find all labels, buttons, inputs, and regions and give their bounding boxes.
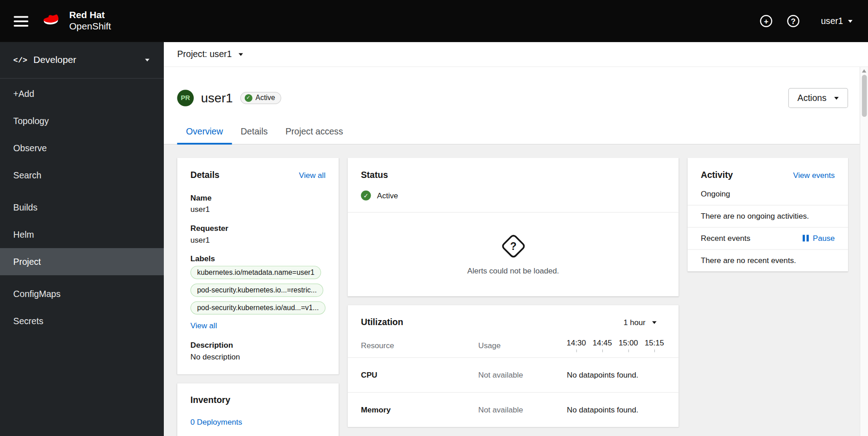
code-icon: </> [13,56,27,65]
sidebar-item-add[interactable]: +Add [0,80,164,107]
tab-label: Project access [286,127,343,136]
description-value: No description [191,352,325,361]
page-header: PR user1 ✓ Active Actions [164,67,868,108]
time-axis-label: 15:15 [645,338,664,352]
utilization-row-memory: Memory Not available No datapoints found… [348,393,678,427]
sidebar-nav: +Add Topology Observe Search Builds Helm… [0,79,164,335]
resource-column-header: Resource [361,341,478,350]
utilization-card: Utilization 1 hour Resource Usage 14:30 [348,305,678,427]
label-pill[interactable]: kubernetes.io/metadata.name=user1 [191,266,321,279]
overview-dashboard: Details View all Name user1 Requester us… [164,144,868,436]
scrollbar-up-arrow-icon[interactable] [862,69,867,72]
axis-tick [654,350,654,352]
left-column: Details View all Name user1 Requester us… [177,158,339,436]
utilization-card-title: Utilization [361,317,403,327]
hamburger-icon [14,20,29,22]
utilization-header-row: Resource Usage 14:30 14:45 15:00 15:15 [348,327,678,357]
time-axis-label: 15:00 [619,338,638,352]
sidebar-item-configmaps[interactable]: ConfigMaps [0,280,164,307]
labels-view-all-link[interactable]: View all [191,321,217,330]
redhat-fedora-icon [43,14,63,29]
hamburger-icon [14,16,29,18]
sidebar-item-label: Builds [13,202,37,212]
usage-column-header: Usage [478,341,567,350]
sidebar-item-builds[interactable]: Builds [0,194,164,221]
openshift-console: Red Hat OpenShift + ? user1 </> Develope… [0,0,868,436]
masthead-toolbar: + ? user1 [760,15,852,27]
ongoing-section-title: Ongoing [687,180,848,205]
pause-label: Pause [813,234,835,243]
caret-down-icon [652,321,657,324]
tab-overview[interactable]: Overview [177,120,232,144]
recent-events-row: Recent events Pause [687,228,848,249]
nav-toggle-button[interactable] [14,16,29,26]
middle-column: Status ✓ Active ? Alerts could not be lo… [348,158,678,427]
quick-create-button[interactable]: + [760,15,772,27]
recent-events-empty-message: There are no recent events. [687,250,848,272]
caret-down-icon [834,96,839,99]
scrollbar[interactable] [860,67,868,436]
perspective-switcher[interactable]: </> Developer [0,42,164,79]
axis-tick [628,350,629,352]
actions-label: Actions [797,93,826,103]
nav-group: ConfigMaps Secrets [0,280,164,335]
pause-button[interactable]: Pause [803,234,835,243]
deployments-link[interactable]: 0 Deployments [191,417,242,426]
tab-details[interactable]: Details [232,120,277,144]
status-badge: ✓ Active [240,92,281,104]
brand-line-2: OpenShift [69,21,111,32]
sidebar-item-secrets[interactable]: Secrets [0,307,164,335]
recent-events-title: Recent events [701,234,750,243]
help-button[interactable]: ? [787,15,799,27]
sidebar-item-label: Helm [13,230,34,240]
unknown-question-icon: ? [500,233,526,259]
question-circle-icon: ? [791,17,796,25]
label-pill[interactable]: pod-security.kubernetes.io...=restric... [191,283,324,297]
duration-dropdown[interactable]: 1 hour [624,318,657,327]
view-events-link[interactable]: View events [793,171,835,180]
labels-label: Labels [191,254,325,263]
inventory-card: Inventory 0 Deployments [177,383,339,436]
resource-name: Memory [361,405,478,414]
sidebar-item-topology[interactable]: Topology [0,107,164,134]
masthead: Red Hat OpenShift + ? user1 [0,0,868,42]
project-selector[interactable]: Project: user1 [177,49,232,59]
check-circle-icon: ✓ [244,94,252,101]
sidebar-item-helm[interactable]: Helm [0,221,164,248]
tab-label: Details [241,127,268,136]
sidebar-item-label: +Add [13,89,34,99]
time-axis-label: 14:30 [567,338,586,352]
scrollbar-thumb[interactable] [862,75,867,117]
plus-circle-icon: + [764,17,768,25]
alerts-empty-message: Alerts could not be loaded. [467,266,559,275]
caret-down-icon[interactable] [238,53,243,56]
duration-label: 1 hour [624,318,646,327]
status-badge-label: Active [256,94,275,102]
requester-field: Requester user1 [191,224,325,244]
name-value: user1 [191,205,325,214]
sidebar-item-observe[interactable]: Observe [0,134,164,162]
sidebar-item-label: Secrets [13,316,43,326]
resource-usage: Not available [478,405,567,414]
requester-value: user1 [191,235,325,244]
sidebar-item-search[interactable]: Search [0,162,164,189]
sidebar-item-project[interactable]: Project [0,248,164,275]
sidebar-item-label: Observe [13,143,47,153]
tab-project-access[interactable]: Project access [277,120,352,144]
brand-text: Red Hat OpenShift [69,10,111,32]
details-card: Details View all Name user1 Requester us… [177,158,339,374]
resource-datapoints: No datapoints found. [567,370,666,379]
name-field: Name user1 [191,193,325,214]
actions-dropdown[interactable]: Actions [788,88,848,108]
project-bar: Project: user1 [164,42,868,67]
time-axis: 14:30 14:45 15:00 15:15 [567,338,666,352]
scroll-area: PR user1 ✓ Active Actions Overview Detai… [164,67,868,436]
hamburger-icon [14,24,29,26]
user-menu[interactable]: user1 [821,16,853,26]
brand-line-1: Red Hat [69,10,111,21]
description-label: Description [191,340,325,350]
details-view-all-link[interactable]: View all [299,171,326,180]
project-status-row: ✓ Active [348,180,678,212]
main-area: Project: user1 PR user1 ✓ Active Actions [164,42,868,436]
label-pill[interactable]: pod-security.kubernetes.io/aud...=v1... [191,301,325,314]
